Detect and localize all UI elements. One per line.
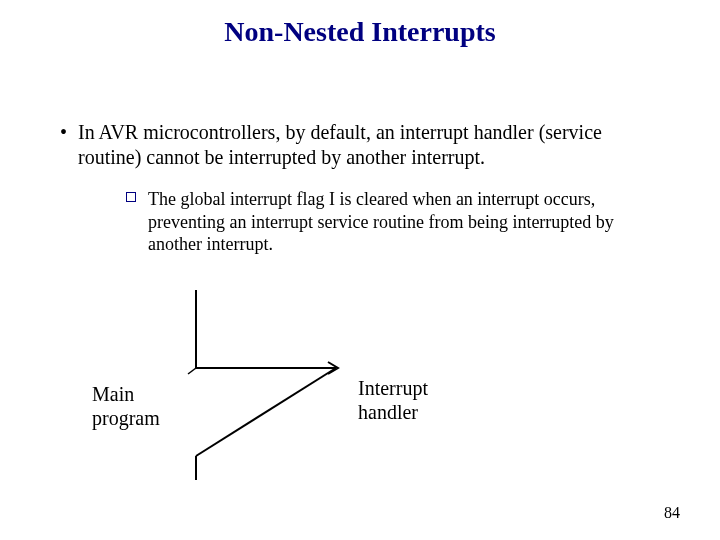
- bullet-level-2: The global interrupt flag I is cleared w…: [148, 188, 668, 256]
- slide-title: Non-Nested Interrupts: [0, 16, 720, 48]
- diagram-label-main-program: Main program: [92, 382, 160, 430]
- label-handler-line2: handler: [358, 401, 418, 423]
- bullet-square-icon: [126, 192, 136, 202]
- label-handler-line1: Interrupt: [358, 377, 428, 399]
- interrupt-diagram: [180, 290, 350, 480]
- label-main-line1: Main: [92, 383, 134, 405]
- svg-line-3: [196, 368, 336, 456]
- bullet-level-1: • In AVR microcontrollers, by default, a…: [78, 120, 668, 170]
- diagram-label-interrupt-handler: Interrupt handler: [358, 376, 428, 424]
- bullet-dot-icon: •: [60, 120, 67, 145]
- label-main-line2: program: [92, 407, 160, 429]
- page-number: 84: [664, 504, 680, 522]
- bullet-level-2-text: The global interrupt flag I is cleared w…: [148, 189, 614, 254]
- bullet-level-1-text: In AVR microcontrollers, by default, an …: [78, 121, 602, 168]
- slide: Non-Nested Interrupts • In AVR microcont…: [0, 0, 720, 540]
- svg-line-2: [188, 368, 196, 374]
